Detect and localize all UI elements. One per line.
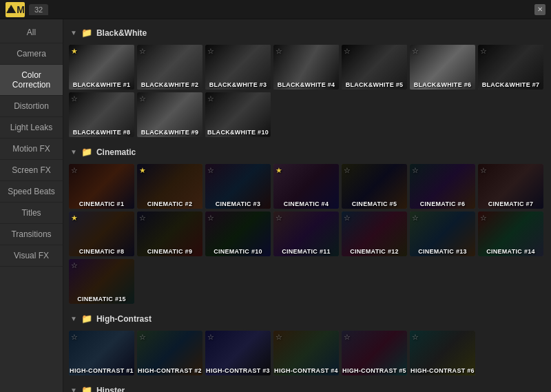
thumbnail-item[interactable]: ☆ CINEMATIC #15: [69, 259, 134, 304]
thumb-label: BLACK&WHITE #3: [205, 81, 271, 88]
thumb-label: CINEMATIC #3: [205, 200, 271, 207]
close-button[interactable]: ✕: [534, 4, 545, 15]
thumbnail-item[interactable]: ☆ BLACK&WHITE #5: [342, 45, 407, 90]
thumbnail-item[interactable]: ☆ CINEMATIC #6: [410, 164, 475, 209]
sidebar-item-motion-fx[interactable]: Motion FX: [0, 138, 63, 160]
sidebar-item-screen-fx[interactable]: Screen FX: [0, 160, 63, 181]
category-cinematic: ▼ 📁 Cinematic ☆ CINEMATIC #1 ★ CINEMATIC…: [69, 144, 545, 304]
thumb-label: HIGH-CONTRAST #2: [137, 367, 202, 374]
thumbnail-item[interactable]: ☆ CINEMATIC #13: [410, 212, 475, 256]
thumbnail-item[interactable]: ☆ BLACK&WHITE #7: [478, 45, 543, 90]
thumb-label: CINEMATIC #2: [137, 200, 202, 207]
star-icon: ☆: [412, 333, 419, 342]
thumb-label: CINEMATIC #8: [69, 248, 134, 255]
thumbnail-item[interactable]: ☆ BLACK&WHITE #9: [137, 92, 202, 137]
thumb-label: CINEMATIC #1: [69, 200, 134, 207]
thumbnail-item[interactable]: ★ CINEMATIC #2: [137, 164, 202, 209]
thumbnail-item[interactable]: ☆ CINEMATIC #9: [137, 212, 202, 256]
sidebar-item-speed-beats[interactable]: Speed Beats: [0, 181, 63, 203]
thumb-label: BLACK&WHITE #9: [137, 129, 202, 136]
thumb-label: HIGH-CONTRAST #5: [342, 367, 407, 374]
thumbnail-grid-cinematic: ☆ CINEMATIC #1 ★ CINEMATIC #2 ☆ CINEMATI…: [69, 164, 545, 304]
sidebar-item-camera[interactable]: Camera: [0, 43, 63, 65]
thumbnail-item[interactable]: ☆ HIGH-CONTRAST #1: [69, 331, 134, 375]
thumb-label: BLACK&WHITE #5: [342, 81, 407, 88]
star-icon: ★: [71, 214, 78, 223]
star-icon: ☆: [344, 214, 351, 223]
thumbnail-item[interactable]: ☆ CINEMATIC #7: [478, 164, 543, 209]
star-icon: ☆: [480, 47, 487, 56]
thumbnail-item[interactable]: ☆ CINEMATIC #5: [342, 164, 407, 209]
sidebar-item-color-correction[interactable]: Color Correction: [0, 65, 63, 96]
star-icon: ☆: [139, 333, 146, 342]
thumb-label: BLACK&WHITE #4: [273, 81, 339, 88]
star-icon: ☆: [276, 47, 282, 56]
sidebar-item-distortion[interactable]: Distortion: [0, 96, 63, 117]
thumb-label: BLACK&WHITE #6: [410, 81, 475, 88]
star-icon: ☆: [71, 333, 78, 342]
thumb-label: HIGH-CONTRAST #1: [69, 367, 134, 374]
star-icon: ☆: [71, 261, 78, 270]
star-icon: ☆: [207, 166, 214, 175]
title-bar-left: M M 32: [6, 2, 48, 17]
thumbnail-item[interactable]: ☆ HIGH-CONTRAST #4: [273, 331, 339, 375]
thumbnail-item[interactable]: ☆ BLACK&WHITE #4: [273, 45, 339, 90]
category-black-white: ▼ 📁 Black&White ★ BLACK&WHITE #1 ☆ BLACK…: [69, 25, 545, 137]
main-content: AllCameraColor CorrectionDistortionLight…: [0, 19, 551, 392]
category-high-contrast: ▼ 📁 High-Contrast ☆ HIGH-CONTRAST #1 ☆ H…: [69, 311, 545, 375]
star-icon: ☆: [276, 214, 282, 223]
thumbnail-item[interactable]: ☆ CINEMATIC #11: [273, 212, 339, 256]
category-name: Cinematic: [96, 147, 136, 157]
thumbnail-item[interactable]: ☆ BLACK&WHITE #3: [205, 45, 271, 90]
sidebar-item-titles[interactable]: Titles: [0, 203, 63, 224]
category-name: Hipster: [96, 386, 125, 393]
thumbnail-item[interactable]: ☆ BLACK&WHITE #8: [69, 92, 134, 137]
category-header-high-contrast[interactable]: ▼ 📁 High-Contrast: [69, 311, 545, 327]
thumb-label: CINEMATIC #6: [410, 200, 475, 207]
thumb-label: CINEMATIC #4: [273, 200, 339, 207]
thumb-label: CINEMATIC #5: [342, 200, 407, 207]
thumbnail-item[interactable]: ☆ CINEMATIC #12: [342, 212, 407, 256]
thumbnail-item[interactable]: ☆ CINEMATIC #1: [69, 164, 134, 209]
star-icon: ☆: [207, 333, 214, 342]
thumbnail-item[interactable]: ☆ CINEMATIC #10: [205, 212, 271, 256]
thumbnail-item[interactable]: ☆ HIGH-CONTRAST #2: [137, 331, 202, 375]
thumbnail-item[interactable]: ★ BLACK&WHITE #1: [69, 45, 134, 90]
thumbnail-item[interactable]: ☆ CINEMATIC #14: [478, 212, 543, 256]
star-icon: ☆: [344, 333, 351, 342]
folder-icon: 📁: [81, 147, 92, 157]
thumbnail-item[interactable]: ★ CINEMATIC #8: [69, 212, 134, 256]
sidebar-item-transitions[interactable]: Transitions: [0, 224, 63, 245]
thumbnail-item[interactable]: ☆ BLACK&WHITE #10: [205, 92, 271, 137]
category-header-hipster[interactable]: ▼ 📁 Hipster: [69, 382, 545, 392]
category-header-cinematic[interactable]: ▼ 📁 Cinematic: [69, 144, 545, 160]
thumb-label: CINEMATIC #15: [69, 296, 134, 302]
thumb-label: CINEMATIC #12: [342, 248, 407, 255]
star-icon: ☆: [344, 166, 351, 175]
thumbnail-item[interactable]: ☆ BLACK&WHITE #2: [137, 45, 202, 90]
star-icon: ☆: [344, 47, 351, 56]
thumbnail-item[interactable]: ☆ CINEMATIC #3: [205, 164, 271, 209]
star-icon: ☆: [276, 333, 282, 342]
thumb-label: CINEMATIC #13: [410, 248, 475, 255]
thumbnail-item[interactable]: ☆ HIGH-CONTRAST #6: [410, 331, 475, 375]
star-icon: ☆: [412, 214, 419, 223]
thumb-label: CINEMATIC #14: [478, 248, 543, 255]
thumb-label: BLACK&WHITE #2: [137, 81, 202, 88]
thumbnail-grid-black-white: ★ BLACK&WHITE #1 ☆ BLACK&WHITE #2 ☆ BLAC…: [69, 45, 545, 137]
content-area[interactable]: ▼ 📁 Black&White ★ BLACK&WHITE #1 ☆ BLACK…: [63, 19, 551, 392]
thumb-label: HIGH-CONTRAST #3: [205, 367, 271, 374]
thumbnail-item[interactable]: ★ CINEMATIC #4: [273, 164, 339, 209]
star-icon: ☆: [207, 214, 214, 223]
thumbnail-item[interactable]: ☆ BLACK&WHITE #6: [410, 45, 475, 90]
sidebar-item-light-leaks[interactable]: Light Leaks: [0, 117, 63, 138]
sidebar-item-all[interactable]: All: [0, 22, 63, 43]
thumb-label: CINEMATIC #10: [205, 248, 271, 255]
thumb-label: BLACK&WHITE #7: [478, 81, 543, 88]
star-icon: ☆: [480, 214, 487, 223]
category-header-black-white[interactable]: ▼ 📁 Black&White: [69, 25, 545, 41]
sidebar-item-visual-fx[interactable]: Visual FX: [0, 245, 63, 267]
thumbnail-item[interactable]: ☆ HIGH-CONTRAST #5: [342, 331, 407, 375]
thumb-label: BLACK&WHITE #8: [69, 129, 134, 136]
thumbnail-item[interactable]: ☆ HIGH-CONTRAST #3: [205, 331, 271, 375]
